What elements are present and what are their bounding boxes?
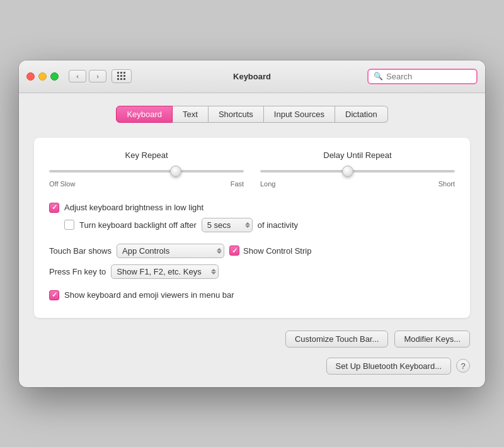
backlight-timeout-select[interactable]: 5 secs 10 secs 30 secs 1 min 5 min Never xyxy=(202,218,253,232)
delay-right-label: Short xyxy=(438,180,455,188)
customize-touch-bar-button[interactable]: Customize Touch Bar... xyxy=(285,331,388,348)
key-repeat-track xyxy=(49,170,244,173)
key-repeat-right-label: Fast xyxy=(231,180,244,188)
close-button[interactable] xyxy=(26,72,35,81)
delay-repeat-label: Delay Until Repeat xyxy=(323,150,391,160)
key-repeat-labels: Off Slow Fast xyxy=(49,180,244,188)
delay-left-label: Long xyxy=(260,180,275,188)
brightness-label: Adjust keyboard brightness in low light xyxy=(64,203,203,212)
maximize-button[interactable] xyxy=(50,72,59,81)
backlight-timeout-wrapper: 5 secs 10 secs 30 secs 1 min 5 min Never xyxy=(202,218,253,232)
window-title: Keyboard xyxy=(233,72,271,81)
fn-key-wrapper: Show F1, F2, etc. Keys Expand Control St… xyxy=(111,264,219,279)
inactivity-label: of inactivity xyxy=(258,220,298,230)
delay-repeat-labels: Long Short xyxy=(260,180,455,188)
settings-panel: Key Repeat Off Slow Fast Delay Until Rep… xyxy=(34,138,470,318)
brightness-row: Adjust keyboard brightness in low light xyxy=(49,203,455,213)
tab-dictation[interactable]: Dictation xyxy=(335,106,388,123)
minimize-button[interactable] xyxy=(38,72,47,81)
show-viewers-checkbox[interactable] xyxy=(49,290,59,300)
content-area: Keyboard Text Shortcuts Input Sources Di… xyxy=(19,93,485,387)
nav-buttons: ‹ › xyxy=(69,70,106,82)
keyboard-window: ‹ › Keyboard 🔍 Keyboard Text Shortcuts I… xyxy=(19,60,485,387)
show-viewers-row: Show keyboard and emoji viewers in menu … xyxy=(49,290,455,300)
show-control-strip-label: Show Control Strip xyxy=(243,246,311,256)
tab-input-sources[interactable]: Input Sources xyxy=(264,106,335,123)
delay-repeat-slider[interactable] xyxy=(260,165,455,178)
search-input[interactable] xyxy=(386,72,471,81)
touch-bar-label: Touch Bar shows xyxy=(49,246,112,256)
back-icon: ‹ xyxy=(76,72,79,80)
key-repeat-label: Key Repeat xyxy=(125,150,168,160)
key-repeat-thumb[interactable] xyxy=(170,166,181,177)
delay-repeat-thumb[interactable] xyxy=(342,166,353,177)
help-button[interactable]: ? xyxy=(456,359,470,373)
backlight-off-row: Turn keyboard backlight off after 5 secs… xyxy=(64,218,455,232)
fn-key-row: Press Fn key to Show F1, F2, etc. Keys E… xyxy=(49,264,455,279)
touch-bar-select[interactable]: App Controls Expanded Control Strip F1, … xyxy=(117,244,224,258)
key-repeat-slider[interactable] xyxy=(49,165,244,178)
titlebar: ‹ › Keyboard 🔍 xyxy=(19,60,485,93)
brightness-checkbox[interactable] xyxy=(49,203,59,213)
show-control-strip-group: Show Control Strip xyxy=(229,246,311,256)
back-button[interactable]: ‹ xyxy=(69,70,86,82)
modifier-keys-button[interactable]: Modifier Keys... xyxy=(394,331,470,348)
tab-bar: Keyboard Text Shortcuts Input Sources Di… xyxy=(34,106,470,123)
forward-button[interactable]: › xyxy=(89,70,106,82)
backlight-off-label: Turn keyboard backlight off after xyxy=(79,220,197,230)
grid-button[interactable] xyxy=(112,69,132,83)
key-repeat-left-label: Off Slow xyxy=(49,180,75,188)
backlight-off-checkbox[interactable] xyxy=(64,220,74,230)
forward-icon: › xyxy=(96,72,99,80)
tab-shortcuts[interactable]: Shortcuts xyxy=(209,106,264,123)
tab-keyboard[interactable]: Keyboard xyxy=(116,106,173,123)
show-control-strip-checkbox[interactable] xyxy=(229,246,239,256)
touch-bar-wrapper: App Controls Expanded Control Strip F1, … xyxy=(117,244,224,258)
fn-key-select[interactable]: Show F1, F2, etc. Keys Expand Control St… xyxy=(111,264,219,279)
bottom-buttons: Customize Touch Bar... Modifier Keys... xyxy=(34,331,470,350)
fn-key-label: Press Fn key to xyxy=(49,267,106,276)
tab-text[interactable]: Text xyxy=(173,106,209,123)
delay-repeat-track xyxy=(260,170,455,173)
search-icon: 🔍 xyxy=(374,72,383,81)
traffic-lights xyxy=(26,72,59,81)
sliders-row: Key Repeat Off Slow Fast Delay Until Rep… xyxy=(49,150,455,188)
touch-bar-row: Touch Bar shows App Controls Expanded Co… xyxy=(49,244,455,258)
search-bar[interactable]: 🔍 xyxy=(367,69,478,84)
delay-repeat-group: Delay Until Repeat Long Short xyxy=(260,150,455,188)
bluetooth-keyboard-button[interactable]: Set Up Bluetooth Keyboard... xyxy=(326,358,451,375)
show-viewers-label: Show keyboard and emoji viewers in menu … xyxy=(64,290,234,300)
bottom-row: Set Up Bluetooth Keyboard... ? xyxy=(34,358,470,375)
key-repeat-group: Key Repeat Off Slow Fast xyxy=(49,150,244,188)
grid-icon xyxy=(117,72,126,81)
